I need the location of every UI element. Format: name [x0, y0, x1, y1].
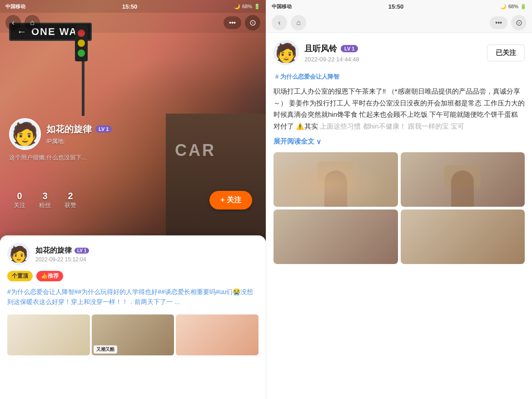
right-name-area: 且听风铃 LV 1 2022-09-22 14:44:48: [304, 43, 482, 63]
likes-label: 获赞: [65, 201, 76, 209]
nav-right-icons: ••• ⊙: [224, 15, 260, 30]
badge-row: 个置顶 👍推荐: [0, 269, 266, 283]
back-button[interactable]: ‹: [5, 15, 21, 30]
expand-button[interactable]: 展开阅读全文 ∨: [273, 137, 525, 146]
tl-green: [78, 50, 85, 57]
pin-badge: 个置顶: [7, 271, 33, 281]
left-panel: ← ONE WAY 中国移动 15:50 🌙 68% 🔋 ‹: [0, 0, 266, 399]
right-battery: 🌙 68% 🔋: [500, 4, 527, 10]
followers-label: 粉丝: [39, 201, 51, 209]
profile-overlay: 🧑 如花的旋律 LV 1 IP属地: 这个用户很懒,什么也没留下...: [0, 118, 266, 162]
avatar-face: 🧑: [11, 121, 39, 147]
moon-icon: 🌙: [234, 4, 240, 10]
right-dots-icon: •••: [495, 19, 502, 26]
likes-stat: 2 获赞: [65, 191, 76, 209]
battery-text: 68%: [242, 4, 252, 9]
post-avatar: 🧑: [7, 243, 30, 265]
right-nav-left: ‹ ⌂: [272, 15, 306, 30]
follow-button[interactable]: + 关注: [209, 191, 252, 209]
post-level-badge: LV 1: [75, 248, 89, 254]
right-home-button[interactable]: ⌂: [291, 15, 306, 30]
right-name-row: 且听风铃 LV 1: [304, 43, 482, 54]
left-time: 15:50: [122, 3, 137, 10]
right-image-1: [273, 152, 398, 207]
likes-count: 2: [65, 191, 76, 201]
post-image-2: [92, 314, 174, 355]
profile-name-area: 如花的旋律 LV 1 IP属地:: [46, 123, 257, 145]
r-battery-icon: 🔋: [520, 4, 527, 10]
right-time: 15:50: [388, 3, 403, 10]
following-label: 关注: [14, 201, 25, 209]
r-moon-icon: 🌙: [500, 4, 507, 10]
post-content: #为什么恋爱会让人降智##为什么玩得好的人学得也好##谈恋爱长相重要吗#uu们😭…: [0, 283, 266, 311]
post-header: 🧑 如花的旋律 LV 1 2022-09-22 15:12:04: [0, 235, 266, 269]
right-content: 🧑 且听风铃 LV 1 2022-09-22 14:44:48 已关注 # 为什…: [266, 33, 532, 271]
right-level-badge: LV 1: [341, 45, 358, 52]
right-status-bar: 中国移动 15:50 🌙 68% 🔋: [266, 0, 532, 13]
post-body: 职场打工人办公室的报恩下午茶来了‼️ （*感谢朝日唯品提供的产品品尝，真诚分享～…: [273, 85, 525, 132]
r-battery-text: 68%: [508, 4, 518, 9]
post-card: 🧑 如花的旋律 LV 1 2022-09-22 15:12:04 个置顶 👍推荐…: [0, 235, 266, 399]
following-stat: 0 关注: [14, 191, 25, 209]
right-post-time: 2022-09-22 14:44:48: [304, 56, 482, 63]
right-carrier: 中国移动: [272, 3, 292, 10]
left-status-bar: 中国移动 15:50 🌙 68% 🔋: [0, 0, 266, 13]
right-back-button[interactable]: ‹: [272, 15, 287, 30]
topic-text: # 为什么恋爱会让人降智: [275, 73, 339, 81]
ip-location: IP属地:: [46, 137, 257, 145]
post-username: 如花的旋律: [35, 246, 72, 255]
battery-icon: 🔋: [254, 4, 260, 10]
record-button[interactable]: ⊙: [245, 15, 260, 30]
profile-row: 🧑 如花的旋律 LV 1 IP属地:: [9, 118, 257, 150]
right-more-button[interactable]: •••: [490, 16, 507, 29]
stats-row: 0 关注 3 粉丝 2 获赞 + 关注: [0, 191, 266, 209]
right-image-4: [401, 209, 525, 264]
right-nav-bar: ‹ ⌂ ••• ⊙: [266, 13, 532, 33]
tl-yellow: [78, 40, 85, 47]
dots-icon: •••: [229, 19, 236, 26]
right-post-header: 🧑 且听风铃 LV 1 2022-09-22 14:44:48 已关注: [273, 40, 525, 65]
post-name-row: 如花的旋律 LV 1: [35, 246, 89, 255]
right-back-icon: ‹: [278, 19, 280, 27]
expand-chevron-icon: ∨: [316, 138, 321, 146]
right-image-3: [273, 209, 398, 264]
nav-left-icons: ‹ ⌂: [5, 15, 40, 30]
left-nav-bar: ‹ ⌂ ••• ⊙: [0, 13, 266, 33]
home-button[interactable]: ⌂: [25, 15, 40, 30]
followers-count: 3: [39, 191, 51, 201]
post-images: [0, 311, 266, 359]
right-follow-button[interactable]: 已关注: [487, 45, 525, 61]
post-image-3: [176, 314, 259, 355]
post-image-1: [7, 314, 90, 355]
user-bio: 这个用户很懒,什么也没留下...: [9, 154, 257, 162]
username: 如花的旋律: [46, 123, 92, 135]
right-avatar: 🧑: [273, 40, 299, 65]
expand-label: 展开阅读全文: [273, 137, 314, 146]
recommend-badge: 👍推荐: [36, 271, 63, 281]
left-carrier: 中国移动: [5, 3, 25, 10]
followers-stat: 3 粉丝: [39, 191, 51, 209]
level-badge: LV 1: [95, 125, 112, 133]
topic-tag[interactable]: # 为什么恋爱会让人降智: [273, 73, 525, 81]
right-record-icon: ⊙: [516, 18, 522, 28]
right-home-icon: ⌂: [296, 19, 301, 27]
right-panel: 中国移动 15:50 🌙 68% 🔋 ‹ ⌂ ••• ⊙: [266, 0, 532, 399]
body-faded-text: 上面这些习惯 都hin不健康！ 跟我一样的宝 宝可: [320, 122, 464, 130]
right-username: 且听风铃: [304, 43, 337, 54]
record-icon: ⊙: [249, 18, 256, 28]
post-name-area: 如花的旋律 LV 1 2022-09-22 15:12:04: [35, 246, 89, 263]
right-record-button[interactable]: ⊙: [511, 15, 527, 30]
avatar: 🧑: [9, 118, 41, 150]
back-icon: ‹: [12, 19, 14, 27]
right-image-2: [401, 152, 525, 207]
left-battery: 🌙 68% 🔋: [234, 4, 260, 10]
home-icon: ⌂: [30, 19, 35, 27]
following-count: 0: [14, 191, 25, 201]
right-images: [273, 152, 525, 264]
profile-name-row: 如花的旋律 LV 1: [46, 123, 257, 135]
more-button[interactable]: •••: [224, 16, 241, 29]
right-nav-right: ••• ⊙: [490, 15, 527, 30]
post-time: 2022-09-22 15:12:04: [35, 256, 89, 263]
